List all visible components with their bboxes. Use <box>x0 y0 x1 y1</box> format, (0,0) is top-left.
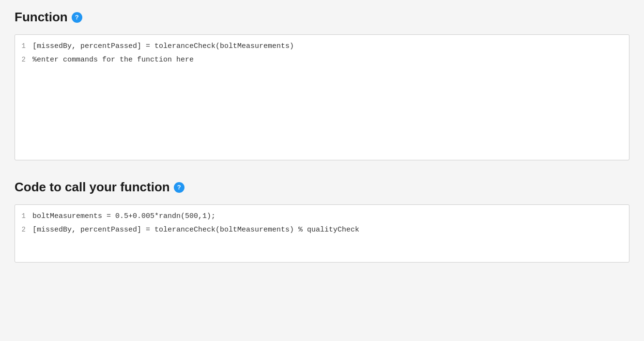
function-help-icon[interactable]: ? <box>72 12 82 23</box>
call-line-number-1: 1 <box>15 211 32 221</box>
call-help-icon[interactable]: ? <box>174 182 184 193</box>
function-title-text: Function <box>15 10 68 25</box>
call-line-content-1: boltMeasurements = 0.5+0.005*randn(500,1… <box>32 211 215 222</box>
function-line-content-2: %enter commands for the function here <box>32 54 194 66</box>
function-section-title: Function ? <box>15 10 629 25</box>
call-line-content-2: [missedBy, percentPassed] = toleranceChe… <box>32 224 359 236</box>
call-section-title: Code to call your function ? <box>15 180 629 195</box>
call-code-line-2: 2 [missedBy, percentPassed] = toleranceC… <box>15 223 629 237</box>
call-title-text: Code to call your function <box>15 180 170 195</box>
function-code-line-2: 2 %enter commands for the function here <box>15 53 629 67</box>
call-line-number-2: 2 <box>15 224 32 235</box>
function-line-number-2: 2 <box>15 54 32 65</box>
function-line-number-1: 1 <box>15 41 32 51</box>
call-code-line-1: 1 boltMeasurements = 0.5+0.005*randn(500… <box>15 210 629 223</box>
function-code-line-1: 1 [missedBy, percentPassed] = toleranceC… <box>15 40 629 53</box>
call-code-editor[interactable]: 1 boltMeasurements = 0.5+0.005*randn(500… <box>15 204 629 263</box>
function-code-editor[interactable]: 1 [missedBy, percentPassed] = toleranceC… <box>15 34 629 160</box>
function-line-content-1: [missedBy, percentPassed] = toleranceChe… <box>32 41 294 52</box>
